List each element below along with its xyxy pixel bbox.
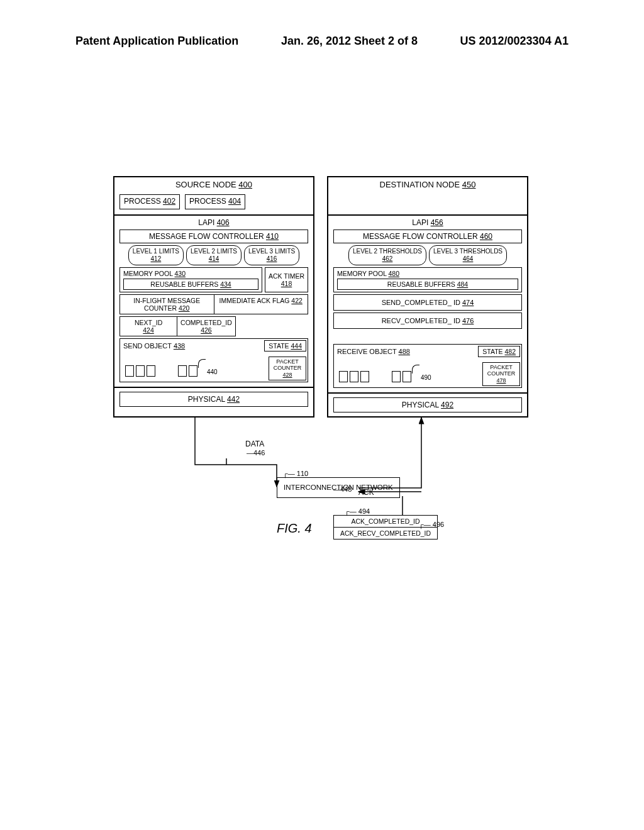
threshold-1: LEVEL 2 THRESHOLDS462 [348,245,426,265]
immediate-ack-flag: IMMEDIATE ACK FLAG 422 [214,294,309,314]
ack-packet-box: ACK_COMPLETED_ID ACK_RECV_COMPLETED_ID [333,515,438,540]
ref-448: —448 [333,485,352,493]
source-node: SOURCE NODE 400 PROCESS 402 PROCESS 404 … [113,176,314,418]
physical-dest: PHYSICAL 492 [328,392,527,416]
ack-label: ACK [358,488,374,497]
ref-490: 490 [421,374,431,381]
buffer-slots-dest [339,371,411,382]
reusable-src: REUSABLE BUFFERS 434 [123,279,258,290]
packet-counter-dest: PACKET COUNTER478 [482,362,520,386]
dest-title: DESTINATION NODE 450 [328,177,527,192]
memory-pool-dest: MEMORY POOL 480 REUSABLE BUFFERS 484 [333,267,522,292]
send-object: SEND OBJECT 438 STATE 444 PACKET COUNTER… [119,338,308,382]
receive-object: RECEIVE OBJECT 488 STATE 482 PACKET COUN… [333,344,522,388]
ack-recv-completed-id: ACK_RECV_COMPLETED_ID [334,528,437,539]
bottom-section: DATA —446 ┌— 110 INTERCONNECTION NETWORK… [113,418,528,556]
next-id: NEXT_ID424 [119,316,177,336]
limit-3: LEVEL 3 LIMITS416 [244,245,299,265]
physical-src: PHYSICAL 442 [114,387,313,411]
mfc-source: MESSAGE FLOW CONTROLLER 410 [119,230,308,243]
recv-completed-id: RECV_COMPLETED_ ID 476 [333,313,522,329]
ref-446: —446 [247,449,265,456]
completed-id: COMPLETED_ID426 [177,316,236,336]
lapi-dest: LAPI 456 MESSAGE FLOW CONTROLLER 460 LEV… [328,214,527,392]
header-left: Patent Application Publication [75,35,238,48]
page-header: Patent Application Publication Jan. 26, … [0,35,644,48]
send-completed-id: SEND_COMPLETED_ ID 474 [333,294,522,311]
process-404: PROCESS 404 [185,194,245,209]
header-center: Jan. 26, 2012 Sheet 2 of 8 [281,35,418,48]
limit-1: LEVEL 1 LIMITS412 [128,245,184,265]
packet-counter-src: PACKET COUNTER428 [269,357,306,380]
ref-440: 440 [207,368,218,375]
buffer-slots-src [125,365,197,377]
diagram: SOURCE NODE 400 PROCESS 402 PROCESS 404 … [113,176,528,556]
figure-label: FIG. 4 [277,521,312,536]
header-right: US 2012/0023304 A1 [460,35,569,48]
ack-completed-id: ACK_COMPLETED_ID [334,516,437,528]
threshold-2: LEVEL 3 THRESHOLDS464 [429,245,507,265]
mfc-dest: MESSAGE FLOW CONTROLLER 460 [333,230,522,243]
state-dest: STATE 482 [478,346,520,357]
ref-494: ┌— 494 [345,507,370,515]
state-src: STATE 444 [264,340,306,351]
inflight-counter: IN-FLIGHT MESSAGE COUNTER 420 [119,294,214,314]
limit-2: LEVEL 2 LIMITS414 [186,245,242,265]
reusable-dest: REUSABLE BUFFERS 484 [337,279,518,290]
ref-110: ┌— 110 [283,470,308,477]
lapi-source: LAPI 406 MESSAGE FLOW CONTROLLER 410 LEV… [114,214,313,387]
data-label: DATA [245,440,264,448]
ack-timer: ACK TIMER 418 [265,267,308,292]
memory-pool-src: MEMORY POOL 430 REUSABLE BUFFERS 434 [119,267,262,292]
destination-node: DESTINATION NODE 450 LAPI 456 MESSAGE FL… [327,176,528,418]
source-title: SOURCE NODE 400 [114,177,313,192]
process-402: PROCESS 402 [119,194,180,209]
